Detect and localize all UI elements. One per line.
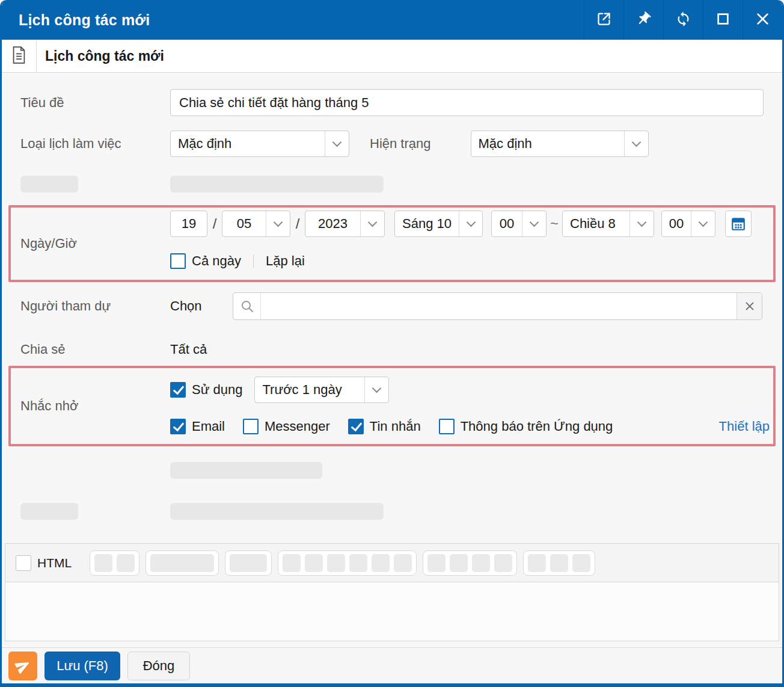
channel-app-notification-label: Thông báo trên Ứng dụng — [461, 419, 613, 434]
maximize-button[interactable] — [703, 0, 743, 40]
share-label: Chia sẻ — [20, 342, 170, 357]
calendar-button[interactable] — [725, 211, 752, 237]
toolbar-button-placeholder[interactable] — [372, 554, 390, 572]
chevron-down-icon — [522, 211, 546, 236]
toolbar-button-placeholder[interactable] — [572, 554, 590, 572]
title-label: Tiêu đề — [20, 95, 170, 111]
start-hour-value: Sáng 10 — [395, 211, 459, 236]
reminder-before-select[interactable]: Trước 1 ngày — [254, 377, 389, 403]
editor-section: HTML — [5, 543, 779, 641]
refresh-button[interactable] — [663, 0, 703, 40]
end-hour-select[interactable]: Chiều 8 — [562, 211, 654, 237]
reminder-settings-link[interactable]: Thiết lập — [719, 419, 770, 434]
schedule-type-value: Mặc định — [171, 131, 325, 156]
end-minute-select[interactable]: 00 — [661, 211, 715, 237]
toolbar-dropdown-placeholder[interactable] — [230, 554, 267, 572]
start-minute-select[interactable]: 00 — [491, 211, 547, 237]
tabbar: Lịch công tác mới — [2, 40, 782, 73]
toolbar-dropdown-placeholder[interactable] — [150, 554, 214, 572]
toolbar-group — [90, 550, 139, 576]
editor-toolbar: HTML — [5, 544, 779, 582]
repeat-link[interactable]: Lặp lại — [266, 253, 305, 269]
close-icon — [755, 11, 771, 29]
chevron-down-icon — [459, 211, 483, 236]
maximize-icon — [715, 11, 731, 29]
participants-search-input[interactable] — [261, 293, 737, 319]
year-value: 2023 — [305, 211, 360, 236]
dialog-window: Lịch công tác mới — [0, 0, 784, 687]
chevron-down-icon — [364, 377, 388, 402]
date-separator: / — [207, 215, 222, 232]
tab-title: Lịch công tác mới — [37, 40, 164, 72]
participants-label: Người tham dự — [20, 298, 170, 314]
status-select[interactable]: Mặc định — [471, 131, 649, 157]
toolbar-button-placeholder[interactable] — [427, 554, 446, 572]
toolbar-button-placeholder[interactable] — [472, 554, 490, 572]
all-day-checkbox[interactable] — [170, 253, 186, 269]
range-separator: ~ — [547, 215, 562, 232]
channel-messenger-checkbox[interactable] — [243, 419, 259, 434]
editor-content-area[interactable] — [5, 582, 779, 641]
channel-email-label: Email — [192, 419, 225, 434]
reminder-use-label: Sử dụng — [192, 382, 242, 398]
form: Tiêu đề Loại lịch làm việc Mặc định Hiện… — [2, 73, 782, 647]
datetime-section-highlight: Ngày/Giờ / 05 / 2023 Sáng 10 00 — [8, 205, 776, 282]
pin-button[interactable] — [623, 0, 663, 40]
schedule-type-select[interactable]: Mặc định — [170, 131, 349, 157]
channel-sms-label: Tin nhắn — [370, 419, 421, 434]
day-input[interactable] — [170, 211, 207, 237]
start-hour-select[interactable]: Sáng 10 — [394, 211, 483, 237]
external-link-icon — [596, 11, 612, 29]
toolbar-button-placeholder[interactable] — [94, 554, 112, 572]
reminder-use-checkbox[interactable] — [170, 382, 186, 398]
month-value: 05 — [222, 211, 266, 236]
placeholder-field-bar — [170, 462, 322, 479]
chevron-down-icon — [360, 211, 384, 236]
all-day-label: Cả ngày — [192, 253, 241, 269]
html-checkbox[interactable] — [16, 555, 31, 571]
save-button[interactable]: Lưu (F8) — [44, 652, 120, 680]
share-value[interactable]: Tất cả — [170, 342, 207, 357]
open-new-window-button[interactable] — [584, 0, 623, 40]
toolbar-button-placeholder[interactable] — [528, 554, 546, 572]
start-minute-value: 00 — [492, 211, 522, 236]
toolbar-button-placeholder[interactable] — [494, 554, 512, 572]
year-select[interactable]: 2023 — [305, 211, 385, 237]
toolbar-button-placeholder[interactable] — [117, 554, 135, 572]
placeholder-label-bar — [20, 503, 78, 520]
html-label: HTML — [37, 556, 72, 570]
title-input[interactable] — [170, 89, 764, 116]
document-tab-icon-cell[interactable] — [2, 40, 37, 72]
send-button[interactable] — [8, 652, 37, 680]
date-separator: / — [290, 215, 305, 232]
channel-app-notification-checkbox[interactable] — [439, 419, 455, 434]
reminder-label: Nhắc nhở — [20, 398, 78, 414]
titlebar-actions — [584, 0, 782, 40]
toolbar-button-placeholder[interactable] — [450, 554, 468, 572]
month-select[interactable]: 05 — [222, 211, 290, 237]
toolbar-group — [523, 550, 595, 576]
channel-email-checkbox[interactable] — [170, 419, 186, 434]
toolbar-group — [278, 550, 417, 576]
reminder-section-highlight: Nhắc nhở Sử dụng Trước 1 ngày Email Mess… — [8, 366, 776, 446]
placeholder-field-bar — [170, 176, 384, 193]
clear-icon[interactable] — [737, 293, 762, 319]
toolbar-button-placeholder[interactable] — [305, 554, 323, 572]
participants-search-field — [233, 292, 762, 320]
chevron-down-icon — [629, 211, 654, 236]
datetime-label: Ngày/Giờ — [20, 236, 77, 251]
search-icon — [233, 293, 261, 319]
toolbar-button-placeholder[interactable] — [327, 554, 345, 572]
close-button[interactable] — [743, 0, 782, 40]
chevron-down-icon — [691, 211, 715, 236]
close-dialog-button[interactable]: Đóng — [127, 652, 190, 680]
toolbar-button-placeholder[interactable] — [283, 554, 301, 572]
paper-plane-icon — [15, 658, 31, 674]
choose-participants-button[interactable]: Chọn — [170, 298, 233, 314]
reminder-before-value: Trước 1 ngày — [255, 377, 364, 402]
toolbar-button-placeholder[interactable] — [550, 554, 568, 572]
toolbar-button-placeholder[interactable] — [394, 554, 412, 572]
toolbar-button-placeholder[interactable] — [349, 554, 367, 572]
channel-sms-checkbox[interactable] — [348, 419, 364, 434]
status-value: Mặc định — [471, 131, 624, 156]
